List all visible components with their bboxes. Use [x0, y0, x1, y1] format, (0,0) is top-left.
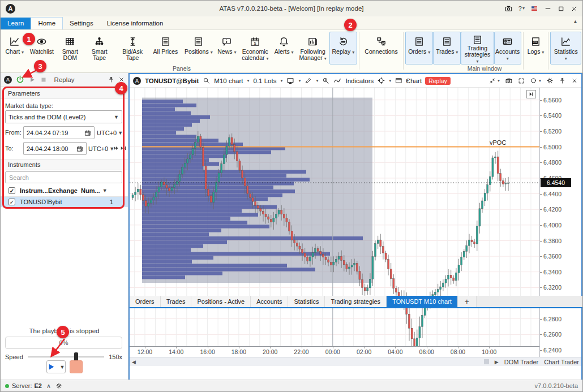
- indicators-icon[interactable]: [333, 77, 341, 85]
- go-to-end-icon[interactable]: [526, 90, 536, 98]
- fullscreen-icon[interactable]: [518, 77, 525, 84]
- ribbon-button-news[interactable]: News ▾: [215, 32, 239, 64]
- screenshot-icon[interactable]: [504, 5, 513, 13]
- to-date-input[interactable]: 24.04.24 18:00: [23, 142, 87, 155]
- doc-tab-accounts[interactable]: Accounts: [251, 296, 288, 307]
- pin-icon[interactable]: [108, 76, 115, 83]
- to-label: To:: [5, 145, 14, 152]
- search-icon[interactable]: [203, 77, 210, 84]
- chart-scrollbar[interactable]: ◀ ▶ DOM Trader Chart Trader: [130, 357, 581, 366]
- instruments-table-header[interactable]: ✓ Instrum... Exchange Num... ▼: [1, 185, 128, 197]
- time-tick-label: 06:00: [419, 348, 434, 355]
- settings-gear-icon[interactable]: [546, 77, 554, 84]
- price-tick: [540, 319, 542, 320]
- price-axis[interactable]: 6.56006.54006.52006.50006.48006.46006.44…: [539, 88, 581, 357]
- camera-icon[interactable]: [505, 77, 513, 85]
- ribbon-button-smart-dom[interactable]: Smart DOM: [57, 32, 83, 64]
- settings-gear-icon[interactable]: [55, 382, 62, 389]
- pin-icon[interactable]: [559, 77, 566, 84]
- ribbon-button-trades[interactable]: Trades ▾: [433, 32, 461, 64]
- scroll-right-icon[interactable]: ▶: [495, 359, 499, 365]
- collapse-icon[interactable]: [489, 77, 496, 84]
- dom-trader-button[interactable]: DOM Trader: [504, 359, 539, 365]
- select-all-checkbox[interactable]: ✓: [8, 187, 15, 194]
- price-tick: [540, 287, 542, 288]
- ribbon-button-positions[interactable]: Positions ▾: [182, 32, 215, 64]
- drawing-tools-icon[interactable]: [305, 77, 312, 84]
- from-timezone-select[interactable]: UTC+0▼: [97, 126, 123, 139]
- menu-tab-learn[interactable]: Learn: [1, 18, 31, 29]
- maximize-button[interactable]: [558, 5, 565, 12]
- ribbon-button-accounts[interactable]: Accounts ▾: [494, 32, 521, 64]
- zoom-in-icon[interactable]: [322, 77, 329, 84]
- ribbon-button-logs[interactable]: LOGLogs ▾: [525, 32, 547, 64]
- indicators-button[interactable]: Indicators: [345, 77, 374, 84]
- timeframe-select[interactable]: M10 chart: [214, 77, 243, 84]
- menu-tab-home[interactable]: Home: [31, 17, 63, 29]
- stop-button[interactable]: [70, 360, 83, 373]
- ribbon-button-economic-calendar[interactable]: $Economic calendar ▾: [239, 32, 272, 64]
- instrument-row[interactable]: ✓ TONUSDT Bybit 1: [1, 197, 128, 207]
- doc-tab-tonusdt-m10-chart[interactable]: TONUSDT M10 chart: [387, 296, 458, 307]
- from-date-input[interactable]: 24.04.24 07:19: [23, 126, 95, 139]
- add-tab-button[interactable]: +: [458, 296, 477, 307]
- doc-tab-trades[interactable]: Trades: [161, 296, 192, 307]
- group-separator: [359, 32, 359, 70]
- scroll-left-icon[interactable]: ◀: [132, 359, 136, 365]
- time-tick-label: 22:00: [294, 348, 308, 355]
- chart-trader-button[interactable]: Chart Trader: [544, 359, 579, 365]
- ribbon-button-orders[interactable]: Orders ▾: [405, 32, 433, 64]
- calendar-icon[interactable]: [76, 145, 83, 152]
- close-icon[interactable]: [571, 77, 578, 84]
- circle-icon[interactable]: [530, 77, 537, 84]
- to-timezone-select[interactable]: UTC+0▼: [88, 142, 114, 155]
- help-icon[interactable]: ?▾: [518, 5, 525, 12]
- minimize-button[interactable]: [544, 5, 552, 12]
- ribbon-collapse-icon[interactable]: ▲: [573, 19, 578, 24]
- annotation-badge-5: 5: [57, 326, 69, 338]
- sort-icon[interactable]: ▼: [102, 188, 108, 193]
- replay-play-icon[interactable]: [28, 76, 36, 84]
- collapse-caret[interactable]: ∧: [46, 382, 51, 390]
- time-axis[interactable]: 12:0014:0016:0018:0020:0022:0000:0002:00…: [130, 346, 539, 357]
- ribbon-button-smart-tape[interactable]: Smart Tape: [83, 32, 116, 64]
- menu-tab-settings[interactable]: Settings: [63, 18, 100, 29]
- doc-tab-positions---active[interactable]: Positions - Active: [191, 296, 251, 307]
- lots-select[interactable]: 0.1 Lots: [254, 77, 277, 84]
- scrollbar-thumb[interactable]: [484, 359, 489, 364]
- close-button[interactable]: [571, 5, 578, 12]
- ribbon-button-alerts[interactable]: Alerts ▾: [272, 32, 296, 64]
- market-data-type-select[interactable]: Ticks and the DOM (Level2) ▼: [5, 110, 122, 123]
- doc-icon: [414, 34, 425, 49]
- ribbon-button-replay[interactable]: Replay ▾: [329, 32, 357, 64]
- layout-icon[interactable]: [395, 77, 402, 84]
- search-input[interactable]: Search: [5, 171, 122, 183]
- doc-tab-trading-strategies[interactable]: Trading strategies: [325, 296, 387, 307]
- fast-forward-icon[interactable]: [113, 145, 119, 152]
- ribbon-button-trading-strategies[interactable]: Trading strategies ▾: [461, 32, 494, 64]
- time-tick-label: 14:00: [169, 348, 183, 355]
- row-checkbox[interactable]: ✓: [8, 199, 15, 205]
- speed-slider[interactable]: [28, 356, 104, 357]
- replay-stop-icon[interactable]: [40, 76, 48, 84]
- ribbon-button-bid/ask-tape[interactable]: Bid/Ask Tape: [116, 32, 149, 64]
- doc-tab-statistics[interactable]: Statistics: [288, 296, 325, 307]
- svg-text:$: $: [254, 41, 256, 45]
- doc-tab-orders[interactable]: Orders: [130, 296, 161, 307]
- ribbon-button-all-prices[interactable]: All Prices: [149, 32, 182, 64]
- calendar-icon[interactable]: [84, 130, 91, 136]
- ribbon-button-statistics[interactable]: Statistics ▾: [550, 32, 581, 64]
- time-tick-label: 04:00: [388, 348, 402, 355]
- play-button[interactable]: ▼: [46, 360, 66, 373]
- language-flag-icon[interactable]: [530, 5, 538, 12]
- status-bar: Server: E2 ∧ v7.0.0.210-beta: [1, 380, 582, 391]
- ribbon-button-connections[interactable]: Connections: [361, 32, 401, 64]
- replay-panel-header: A Replay: [1, 73, 128, 87]
- replay-power-icon[interactable]: [15, 75, 25, 84]
- menu-tab-license-information[interactable]: License information: [100, 18, 170, 29]
- logs-icon: LOG: [530, 34, 541, 49]
- screen-icon[interactable]: [286, 77, 294, 85]
- ribbon-button-following-manager[interactable]: Following Manager ▾: [296, 32, 329, 64]
- skip-to-end-icon[interactable]: [120, 145, 127, 152]
- crosshair-icon[interactable]: [378, 77, 385, 84]
